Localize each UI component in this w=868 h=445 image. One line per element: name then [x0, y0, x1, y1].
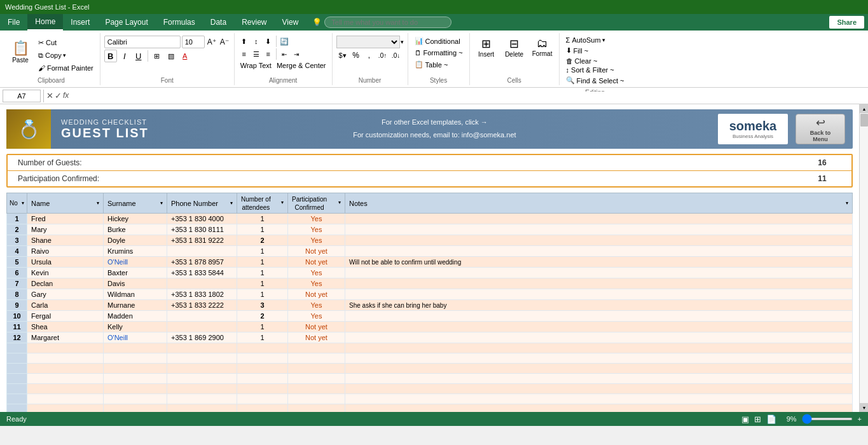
cell-confirmed[interactable]: Yes — [288, 311, 345, 322]
cell-empty[interactable] — [27, 404, 104, 413]
underline-button[interactable]: U — [132, 50, 145, 62]
cell-surname[interactable]: Davis — [104, 278, 167, 289]
cell-empty[interactable] — [288, 384, 345, 394]
cell-notes[interactable] — [345, 224, 853, 235]
menu-item-file[interactable]: File — [0, 14, 27, 31]
cell-phone[interactable]: +353 1 869 2900 — [167, 332, 237, 343]
cell-empty[interactable] — [237, 384, 288, 394]
cell-notes[interactable]: She asks if she can bring her baby — [345, 300, 853, 311]
delete-button[interactable]: ⊟ Delete — [502, 36, 527, 77]
cell-notes[interactable]: Will not be able to confirm until weddin… — [345, 257, 853, 268]
cell-empty[interactable] — [345, 384, 853, 394]
menu-item-pagelayout[interactable]: Page Layout — [97, 14, 155, 31]
font-size-input[interactable] — [182, 36, 205, 48]
cell-phone[interactable]: +353 1 833 5844 — [167, 268, 237, 278]
cell-empty[interactable] — [288, 364, 345, 374]
menu-item-home[interactable]: Home — [27, 14, 63, 31]
cell-surname[interactable]: Wildman — [104, 289, 167, 300]
cell-empty[interactable] — [104, 374, 167, 384]
menu-item-view[interactable]: View — [275, 14, 307, 31]
cell-notes[interactable] — [345, 235, 853, 246]
indent-decrease-button[interactable]: ⇤ — [279, 48, 290, 60]
cell-surname[interactable]: Doyle — [104, 235, 167, 246]
cell-empty[interactable] — [237, 404, 288, 413]
cell-phone[interactable]: +353 1 833 2222 — [167, 300, 237, 311]
text-angle-button[interactable]: 🔄 — [279, 36, 290, 47]
cell-empty[interactable] — [288, 404, 345, 413]
align-center-button[interactable]: ☰ — [251, 48, 262, 60]
cell-notes[interactable] — [345, 322, 853, 332]
decimal-decrease-button[interactable]: .0↓ — [390, 50, 403, 61]
table-row[interactable]: 12 Margaret O'Neill +353 1 869 2900 1 No… — [7, 332, 853, 343]
cell-confirmed[interactable]: Yes — [288, 268, 345, 278]
cell-empty[interactable] — [27, 374, 104, 384]
cell-num[interactable]: 2 — [7, 224, 27, 235]
cell-empty[interactable] — [104, 353, 167, 364]
wrap-text-button[interactable]: Wrap Text — [238, 61, 273, 70]
sheet-view-page[interactable]: 📄 — [766, 414, 776, 424]
cell-notes[interactable] — [345, 278, 853, 289]
confirm-icon[interactable]: ✓ — [55, 91, 62, 100]
cell-empty[interactable] — [345, 374, 853, 384]
cell-reference-input[interactable] — [3, 90, 41, 102]
cell-empty[interactable] — [345, 353, 853, 364]
cell-confirmed[interactable]: Yes — [288, 278, 345, 289]
col-phone-filter[interactable]: ▾ — [230, 200, 233, 206]
align-right-button[interactable]: ≡ — [263, 48, 274, 60]
table-row-empty[interactable] — [7, 374, 853, 384]
cell-num[interactable]: 9 — [7, 300, 27, 311]
cell-attendees[interactable]: 1 — [237, 268, 288, 278]
table-row[interactable]: 9 Carla Murnane +353 1 833 2222 3 Yes Sh… — [7, 300, 853, 311]
cell-attendees[interactable]: 1 — [237, 289, 288, 300]
cell-num[interactable]: 11 — [7, 322, 27, 332]
cell-attendees[interactable]: 1 — [237, 224, 288, 235]
menu-item-data[interactable]: Data — [203, 14, 234, 31]
scroll-down-button[interactable]: ▼ — [860, 403, 868, 412]
cell-empty[interactable] — [27, 353, 104, 364]
cell-phone[interactable] — [167, 311, 237, 322]
cell-surname[interactable]: Madden — [104, 311, 167, 322]
cell-confirmed[interactable]: Not yet — [288, 257, 345, 268]
cell-phone[interactable]: +353 1 833 1802 — [167, 289, 237, 300]
cell-name[interactable]: Gary — [27, 289, 104, 300]
cell-attendees[interactable]: 1 — [237, 278, 288, 289]
cell-name[interactable]: Shea — [27, 322, 104, 332]
cell-empty[interactable] — [27, 394, 104, 404]
share-button[interactable]: Share — [829, 16, 864, 29]
sort-filter-button[interactable]: ↕ Sort & Filter ~ — [563, 65, 627, 74]
cell-num[interactable]: 5 — [7, 257, 27, 268]
cell-confirmed[interactable]: Not yet — [288, 332, 345, 343]
number-format-select[interactable] — [336, 36, 400, 48]
cell-empty-num[interactable] — [7, 343, 27, 353]
align-bottom-button[interactable]: ⬇ — [263, 36, 274, 47]
cell-phone[interactable]: +353 1 831 9222 — [167, 235, 237, 246]
cell-confirmed[interactable]: Not yet — [288, 246, 345, 257]
fill-color-button[interactable]: ▧ — [165, 50, 177, 62]
cell-empty[interactable] — [104, 364, 167, 374]
cell-num[interactable]: 10 — [7, 311, 27, 322]
decimal-increase-button[interactable]: .0↑ — [376, 50, 389, 61]
cell-empty[interactable] — [167, 384, 237, 394]
cell-empty-num[interactable] — [7, 384, 27, 394]
zoom-in-icon[interactable]: + — [858, 415, 862, 423]
cell-confirmed[interactable]: Yes — [288, 300, 345, 311]
cell-empty[interactable] — [104, 404, 167, 413]
cell-empty[interactable] — [104, 384, 167, 394]
col-notes-filter[interactable]: ▾ — [846, 200, 848, 206]
format-button[interactable]: 🗂 Format — [530, 36, 555, 77]
cancel-icon[interactable]: ✕ — [46, 91, 53, 100]
merge-center-button[interactable]: Merge & Center — [275, 61, 328, 70]
table-row-empty[interactable] — [7, 343, 853, 353]
cell-attendees[interactable]: 1 — [237, 322, 288, 332]
formula-input[interactable] — [71, 92, 865, 100]
cell-notes[interactable] — [345, 289, 853, 300]
cell-empty[interactable] — [237, 394, 288, 404]
find-select-button[interactable]: 🔍 Find & Select ~ — [563, 76, 627, 85]
cell-phone[interactable] — [167, 278, 237, 289]
cell-empty[interactable] — [167, 374, 237, 384]
sheet-view-normal[interactable]: ▣ — [741, 414, 749, 424]
tell-me-input[interactable] — [324, 17, 451, 28]
cell-name[interactable]: Carla — [27, 300, 104, 311]
cell-empty[interactable] — [345, 364, 853, 374]
comma-button[interactable]: , — [363, 50, 376, 61]
